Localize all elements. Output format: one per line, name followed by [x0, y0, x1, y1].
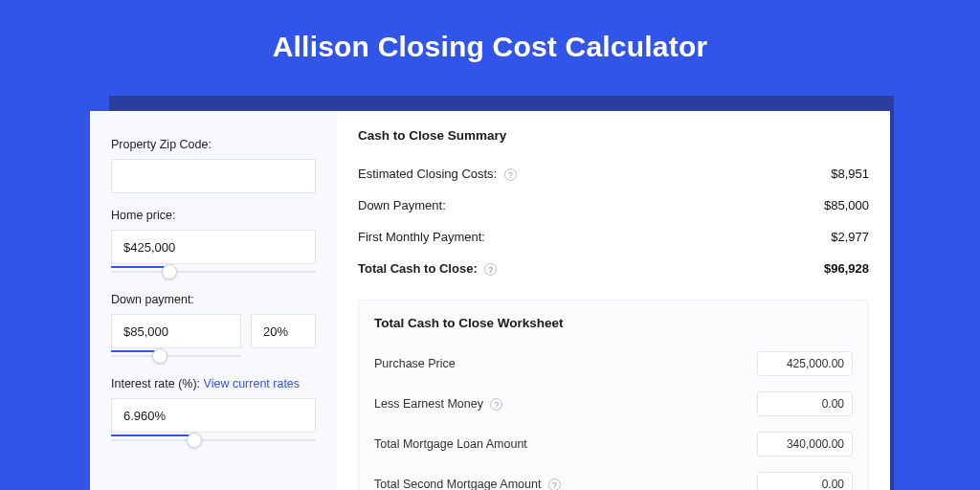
summary-row-value: $8,951	[831, 167, 869, 181]
interest-field: Interest rate (%): View current rates	[111, 377, 316, 446]
summary-row-label: Down Payment:	[358, 198, 446, 212]
worksheet-value-input[interactable]	[757, 391, 853, 416]
worksheet-row: Total Second Mortgage Amount ?	[374, 464, 853, 490]
page-title: Allison Closing Cost Calculator	[0, 31, 980, 63]
summary-row-value: $2,977	[831, 230, 869, 244]
worksheet-value-input[interactable]	[757, 432, 853, 457]
worksheet-value-input[interactable]	[757, 472, 853, 490]
home-price-label: Home price:	[111, 209, 316, 222]
summary-row-label: First Monthly Payment:	[358, 230, 485, 244]
summary-total-row: Total Cash to Close: ? $96,928	[358, 253, 869, 284]
interest-label-text: Interest rate (%):	[111, 377, 204, 390]
worksheet-row: Less Earnest Money ?	[374, 384, 853, 424]
help-icon[interactable]: ?	[504, 168, 517, 181]
worksheet-row: Total Mortgage Loan Amount	[374, 424, 853, 464]
down-payment-slider-fill	[111, 350, 158, 352]
home-price-slider[interactable]	[111, 271, 316, 273]
down-payment-pct-input[interactable]	[251, 314, 316, 348]
down-payment-input[interactable]	[111, 314, 241, 348]
summary-section: Cash to Close Summary Estimated Closing …	[358, 128, 869, 290]
interest-label: Interest rate (%): View current rates	[111, 377, 316, 390]
results-panel: Cash to Close Summary Estimated Closing …	[337, 111, 890, 490]
worksheet-row-label: Total Mortgage Loan Amount	[374, 437, 527, 451]
interest-slider-fill	[111, 434, 193, 436]
summary-total-label-text: Total Cash to Close:	[358, 261, 478, 276]
inputs-panel: Property Zip Code: Home price: Down paym…	[90, 111, 337, 490]
down-payment-label: Down payment:	[111, 293, 316, 306]
summary-title: Cash to Close Summary	[358, 128, 869, 143]
worksheet-row-label: Less Earnest Money ?	[374, 397, 502, 411]
worksheet-section: Total Cash to Close Worksheet Purchase P…	[358, 300, 869, 490]
summary-row: Down Payment: $85,000	[358, 189, 869, 221]
zip-input[interactable]	[111, 159, 316, 193]
home-price-slider-fill	[111, 266, 167, 268]
calculator-card: Property Zip Code: Home price: Down paym…	[90, 111, 890, 490]
hero: Allison Closing Cost Calculator	[0, 0, 980, 88]
summary-total-value: $96,928	[824, 261, 869, 276]
worksheet-row-label: Total Second Mortgage Amount ?	[374, 478, 561, 490]
down-payment-field: Down payment:	[111, 293, 316, 362]
summary-row-label: Estimated Closing Costs: ?	[358, 167, 517, 181]
worksheet-title: Total Cash to Close Worksheet	[374, 316, 853, 330]
summary-row: Estimated Closing Costs: ? $8,951	[358, 158, 869, 189]
worksheet-row: Purchase Price	[374, 344, 853, 384]
zip-field: Property Zip Code:	[111, 138, 316, 193]
summary-row-label-text: Estimated Closing Costs:	[358, 167, 497, 181]
interest-input[interactable]	[111, 398, 316, 433]
help-icon[interactable]: ?	[484, 263, 497, 276]
worksheet-row-label-text: Total Second Mortgage Amount	[374, 478, 541, 490]
worksheet-value-input[interactable]	[757, 351, 853, 376]
worksheet-row-label-text: Less Earnest Money	[374, 397, 483, 411]
worksheet-row-label: Purchase Price	[374, 357, 456, 370]
home-price-input[interactable]	[111, 230, 316, 264]
help-icon[interactable]: ?	[548, 479, 561, 490]
summary-row-value: $85,000	[824, 198, 869, 212]
down-payment-slider[interactable]	[111, 355, 241, 357]
view-rates-link[interactable]: View current rates	[204, 377, 301, 390]
zip-label: Property Zip Code:	[111, 138, 316, 151]
summary-total-label: Total Cash to Close: ?	[358, 261, 497, 276]
summary-row: First Monthly Payment: $2,977	[358, 221, 869, 253]
help-icon[interactable]: ?	[490, 398, 502, 411]
interest-slider[interactable]	[111, 439, 316, 441]
home-price-field: Home price:	[111, 209, 316, 278]
